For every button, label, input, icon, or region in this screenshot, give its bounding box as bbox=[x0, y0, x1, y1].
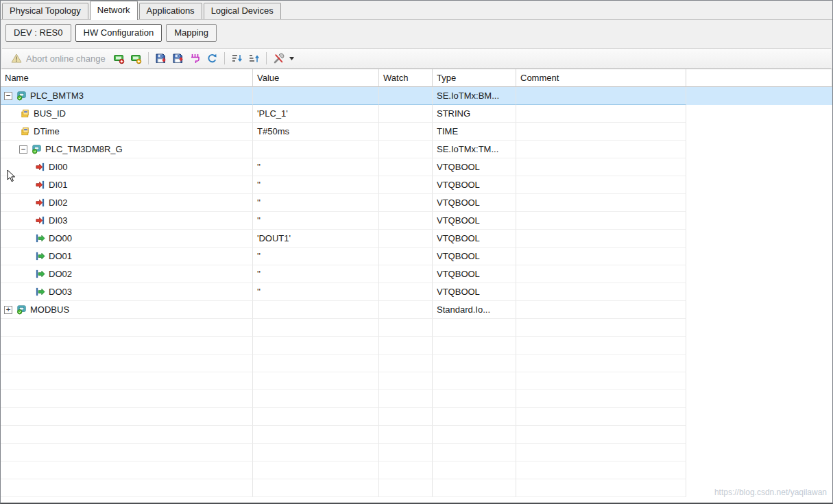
name-cell[interactable]: DI01 bbox=[1, 176, 253, 194]
insert-slave-icon[interactable] bbox=[129, 51, 143, 66]
subtab-hw-configuration[interactable]: HW Configuration bbox=[75, 24, 162, 42]
tree-row-plc-bmtm3[interactable]: −PLC_BMTM3SE.IoTMx:BM... bbox=[1, 87, 832, 105]
tab-logical-devices[interactable]: Logical Devices bbox=[204, 3, 281, 19]
tab-applications[interactable]: Applications bbox=[139, 3, 202, 19]
comment-cell[interactable] bbox=[516, 141, 686, 158]
comment-cell[interactable] bbox=[516, 212, 686, 230]
comment-cell[interactable] bbox=[516, 158, 686, 176]
connect-icon[interactable] bbox=[188, 51, 202, 66]
watch-cell[interactable] bbox=[379, 265, 433, 283]
tree-row-di02[interactable]: DI02''VTQBOOL bbox=[1, 194, 832, 212]
value-cell[interactable]: 'PLC_1' bbox=[253, 105, 379, 123]
toolbar-separator bbox=[266, 52, 267, 64]
watch-cell[interactable] bbox=[379, 194, 433, 212]
watch-cell[interactable] bbox=[379, 123, 433, 141]
comment-cell[interactable] bbox=[516, 283, 686, 301]
column-header-value[interactable]: Value bbox=[253, 69, 379, 87]
dropdown-arrow-icon[interactable] bbox=[289, 51, 295, 66]
value-cell[interactable]: '' bbox=[253, 265, 379, 283]
comment-cell[interactable] bbox=[516, 194, 686, 212]
name-cell[interactable]: BUS_ID bbox=[1, 105, 253, 123]
value-cell[interactable]: '' bbox=[253, 212, 379, 230]
watch-cell[interactable] bbox=[379, 248, 433, 265]
tree-row-bus-id[interactable]: BUS_ID'PLC_1'STRING bbox=[1, 105, 832, 123]
tree-row-di01[interactable]: DI01''VTQBOOL bbox=[1, 176, 832, 194]
name-cell[interactable]: −PLC_BMTM3 bbox=[1, 87, 253, 105]
value-cell[interactable]: '' bbox=[253, 158, 379, 176]
export-icon[interactable] bbox=[171, 51, 185, 66]
tree-row-di03[interactable]: DI03''VTQBOOL bbox=[1, 212, 832, 230]
value-cell[interactable]: '' bbox=[253, 283, 379, 301]
watch-cell[interactable] bbox=[379, 158, 433, 176]
column-header-type[interactable]: Type bbox=[433, 69, 516, 87]
abort-online-change-button[interactable]: Abort online change bbox=[7, 50, 109, 67]
row-filler bbox=[686, 87, 832, 105]
comment-cell[interactable] bbox=[516, 230, 686, 248]
column-header-comment[interactable]: Comment bbox=[516, 69, 686, 87]
column-header-watch[interactable]: Watch bbox=[379, 69, 433, 87]
empty-cell bbox=[253, 426, 379, 444]
import-icon[interactable] bbox=[154, 51, 168, 66]
subtab-dev-res0[interactable]: DEV : RES0 bbox=[5, 24, 71, 42]
name-cell[interactable]: DTime bbox=[1, 123, 253, 141]
name-cell[interactable]: +MODBUS bbox=[1, 301, 253, 319]
value-cell[interactable]: '' bbox=[253, 194, 379, 212]
tree-row-di00[interactable]: DI00''VTQBOOL bbox=[1, 158, 832, 176]
watch-cell[interactable] bbox=[379, 176, 433, 194]
expand-toggle-icon[interactable]: + bbox=[4, 306, 12, 314]
value-cell[interactable] bbox=[253, 141, 379, 158]
comment-cell[interactable] bbox=[516, 123, 686, 141]
watch-cell[interactable] bbox=[379, 283, 433, 301]
empty-cell bbox=[433, 355, 516, 372]
column-header-name[interactable]: Name bbox=[1, 69, 253, 87]
name-cell[interactable]: DO01 bbox=[1, 248, 253, 265]
comment-cell[interactable] bbox=[516, 301, 686, 319]
tree-row-modbus[interactable]: +MODBUSStandard.Io... bbox=[1, 301, 832, 319]
watch-cell[interactable] bbox=[379, 230, 433, 248]
comment-cell[interactable] bbox=[516, 105, 686, 123]
node-label: DO03 bbox=[49, 287, 72, 297]
name-cell[interactable]: DO02 bbox=[1, 265, 253, 283]
comment-cell[interactable] bbox=[516, 87, 686, 105]
name-cell[interactable]: DI02 bbox=[1, 194, 253, 212]
empty-cell bbox=[433, 390, 516, 408]
insert-master-icon[interactable] bbox=[112, 51, 126, 66]
tree-row-do03[interactable]: DO03''VTQBOOL bbox=[1, 283, 832, 301]
value-cell[interactable]: '' bbox=[253, 176, 379, 194]
comment-cell[interactable] bbox=[516, 176, 686, 194]
collapse-toggle-icon[interactable]: − bbox=[4, 92, 12, 100]
watch-cell[interactable] bbox=[379, 105, 433, 123]
sort-ascending-icon[interactable] bbox=[247, 51, 261, 66]
watch-cell[interactable] bbox=[379, 212, 433, 230]
watch-cell[interactable] bbox=[379, 87, 433, 105]
refresh-icon[interactable] bbox=[205, 51, 219, 66]
tab-physical-topology[interactable]: Physical Topology bbox=[2, 3, 88, 19]
name-cell[interactable]: −PLC_TM3DM8R_G bbox=[1, 141, 253, 158]
tree-row-do00[interactable]: DO00'DOUT1'VTQBOOL bbox=[1, 230, 832, 248]
comment-cell[interactable] bbox=[516, 248, 686, 265]
subtab-mapping[interactable]: Mapping bbox=[166, 24, 217, 42]
tree-row-dtime[interactable]: DTimeT#50msTIME bbox=[1, 123, 832, 141]
empty-cell bbox=[433, 461, 516, 479]
name-cell[interactable]: DO00 bbox=[1, 230, 253, 248]
settings-icon[interactable] bbox=[271, 51, 286, 66]
tree-row-plc-tm3dm8r-g[interactable]: −PLC_TM3DM8R_GSE.IoTMx:TM... bbox=[1, 141, 832, 158]
sort-descending-icon[interactable] bbox=[230, 51, 244, 66]
tree-row-do01[interactable]: DO01''VTQBOOL bbox=[1, 248, 832, 265]
name-cell[interactable]: DI00 bbox=[1, 158, 253, 176]
watch-cell[interactable] bbox=[379, 141, 433, 158]
empty-cell bbox=[253, 390, 379, 408]
comment-cell[interactable] bbox=[516, 265, 686, 283]
value-cell[interactable]: 'DOUT1' bbox=[253, 230, 379, 248]
value-cell[interactable] bbox=[253, 87, 379, 105]
tree-row-do02[interactable]: DO02''VTQBOOL bbox=[1, 265, 832, 283]
name-cell[interactable]: DI03 bbox=[1, 212, 253, 230]
name-cell[interactable]: DO03 bbox=[1, 283, 253, 301]
tab-network[interactable]: Network bbox=[90, 1, 138, 20]
value-cell[interactable]: T#50ms bbox=[253, 123, 379, 141]
collapse-toggle-icon[interactable]: − bbox=[19, 145, 27, 154]
empty-cell bbox=[1, 461, 253, 479]
value-cell[interactable] bbox=[253, 301, 379, 319]
watch-cell[interactable] bbox=[379, 301, 433, 319]
value-cell[interactable]: '' bbox=[253, 248, 379, 265]
